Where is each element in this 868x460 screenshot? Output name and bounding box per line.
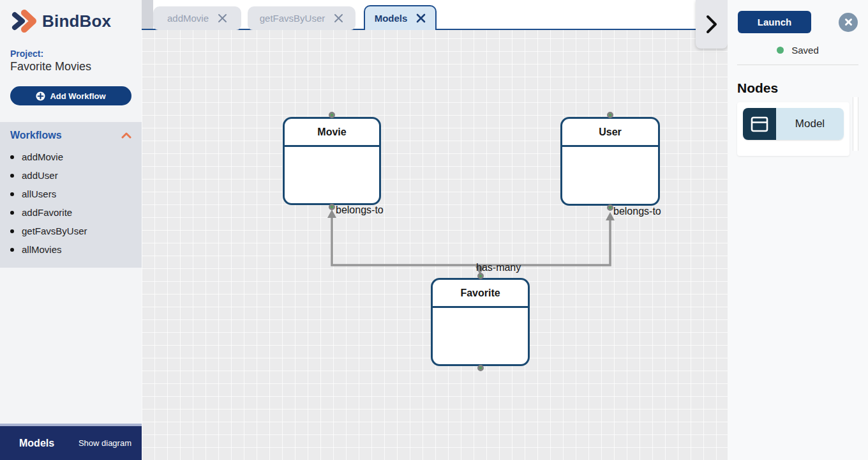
panel-header: Launch — [728, 0, 868, 33]
bindbox-app: BindBox Project: Favorite Movies Add Wor… — [0, 0, 868, 460]
project-label: Project: — [10, 49, 142, 59]
edges-layer — [142, 0, 728, 460]
table-icon — [751, 116, 768, 132]
node-handle-bottom[interactable] — [477, 365, 484, 371]
add-workflow-label: Add Workflow — [50, 91, 105, 101]
saved-status-text: Saved — [791, 45, 819, 56]
brand-logo: BindBox — [0, 0, 142, 33]
arrowhead-to-movie — [327, 210, 336, 218]
node-handle-bottom[interactable] — [607, 204, 613, 211]
workflow-item-label: allUsers — [22, 188, 56, 199]
diagram-canvas[interactable]: addMovie getFavsByUser Models — [142, 0, 728, 460]
tab-bar-edge — [142, 0, 153, 29]
workflow-item-label: getFavsByUser — [22, 226, 87, 236]
palette-item-model[interactable]: Model — [743, 108, 844, 140]
tab-label: Models — [375, 13, 408, 24]
node-title: Favorite — [460, 288, 500, 299]
tab-bar: addMovie getFavsByUser Models — [142, 0, 696, 30]
node-handle-top[interactable] — [477, 273, 484, 279]
save-status: Saved — [728, 45, 868, 56]
project-name: Favorite Movies — [10, 60, 142, 73]
launch-button[interactable]: Launch — [738, 11, 811, 33]
brand-name: BindBox — [42, 12, 111, 31]
node-header: User — [562, 119, 658, 147]
tab-addMovie[interactable]: addMovie — [153, 6, 241, 30]
workflow-item-label: addFavorite — [22, 207, 72, 218]
node-handle-top[interactable] — [607, 112, 613, 118]
workflow-item-label: addMovie — [22, 151, 63, 162]
edge-label-belongs-to-movie: belongs-to — [336, 204, 384, 216]
close-panel-button[interactable] — [839, 13, 858, 32]
model-node-favorite[interactable]: Favorite — [431, 278, 530, 366]
chevron-right-icon — [705, 15, 719, 34]
node-title: User — [599, 126, 622, 138]
models-footer-title: Models — [19, 438, 54, 449]
close-icon — [844, 18, 853, 26]
sidebar: BindBox Project: Favorite Movies Add Wor… — [0, 0, 142, 460]
model-node-user[interactable]: User — [560, 117, 660, 206]
workflow-item-getFavsByUser[interactable]: getFavsByUser — [10, 222, 131, 240]
nodes-heading: Nodes — [737, 80, 868, 96]
workflow-item-allUsers[interactable]: allUsers — [10, 185, 131, 203]
tab-models[interactable]: Models — [364, 5, 437, 30]
workflow-item-addUser[interactable]: addUser — [10, 166, 131, 185]
close-tab-icon[interactable] — [218, 13, 227, 23]
model-node-icon — [743, 108, 776, 140]
plus-circle-icon — [36, 91, 45, 101]
node-handle-top[interactable] — [329, 112, 335, 118]
close-tab-icon[interactable] — [416, 13, 426, 23]
panel-divider — [737, 65, 858, 65]
node-header: Favorite — [433, 280, 528, 308]
workflows-title: Workflows — [10, 130, 62, 141]
workflows-panel: Workflows addMovie addUser allUsers addF… — [0, 122, 142, 268]
tab-getFavsByUser[interactable]: getFavsByUser — [248, 6, 355, 30]
workflow-item-label: addUser — [22, 170, 58, 181]
node-header: Movie — [285, 119, 379, 147]
workflow-item-addFavorite[interactable]: addFavorite — [10, 203, 131, 222]
workflows-header[interactable]: Workflows — [10, 130, 131, 141]
workflow-item-addMovie[interactable]: addMovie — [10, 148, 131, 166]
bindbox-logo-icon — [9, 9, 37, 33]
palette-scrollbar[interactable] — [853, 97, 858, 151]
chevron-up-icon[interactable] — [121, 132, 131, 139]
right-panel: Launch Saved Nodes — [728, 0, 868, 460]
workflow-item-allMovies[interactable]: allMovies — [10, 240, 131, 259]
model-node-movie[interactable]: Movie — [283, 117, 381, 205]
add-workflow-button[interactable]: Add Workflow — [10, 86, 131, 105]
node-handle-bottom[interactable] — [329, 204, 335, 210]
workflow-list: addMovie addUser allUsers addFavorite ge… — [10, 148, 131, 259]
collapse-panel-button[interactable] — [696, 0, 728, 49]
edge-label-belongs-to-user: belongs-to — [613, 206, 661, 217]
workflow-item-label: allMovies — [22, 244, 62, 255]
show-diagram-link[interactable]: Show diagram — [79, 438, 131, 448]
edge-label-has-many: has-many — [476, 262, 521, 273]
node-palette: Model — [737, 102, 849, 156]
tab-label: getFavsByUser — [260, 13, 326, 24]
palette-item-label: Model — [776, 108, 844, 140]
tab-label: addMovie — [167, 13, 209, 24]
saved-indicator-dot — [777, 47, 784, 54]
models-footer[interactable]: Models Show diagram — [0, 424, 142, 460]
close-tab-icon[interactable] — [334, 13, 343, 23]
node-title: Movie — [317, 126, 346, 138]
